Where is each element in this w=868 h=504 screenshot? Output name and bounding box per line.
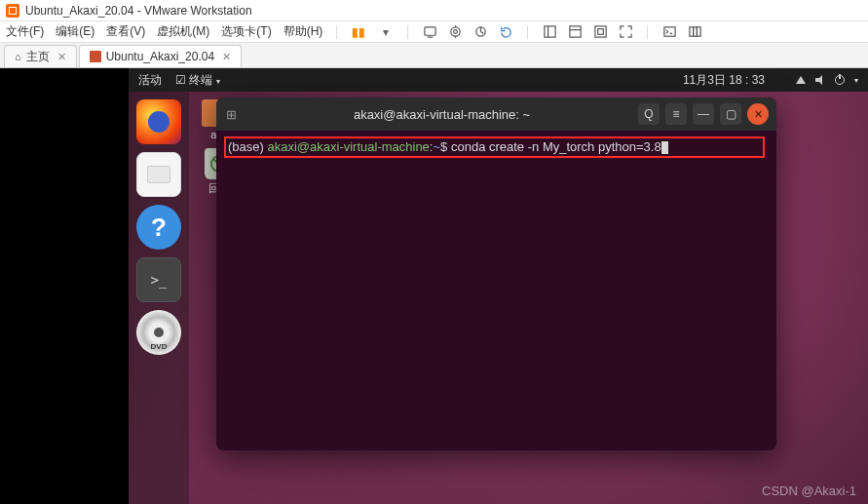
vmware-logo-icon	[6, 4, 19, 18]
maximize-button[interactable]: ▢	[720, 103, 741, 125]
unity-icon[interactable]	[592, 24, 608, 40]
fullscreen-icon[interactable]	[618, 24, 633, 40]
window-title: Ubuntu_Akaxi_20.04 - VMware Workstation	[25, 4, 252, 18]
vm-cube-icon	[90, 51, 101, 62]
terminal-body[interactable]: (base) akaxi@akaxi-virtual-machine:~$ co…	[216, 131, 776, 450]
ubuntu-desktop[interactable]: 活动 ☑ 终端 ▾ 11月3日 18 : 33 ▾ ? >_ DVD	[129, 68, 868, 504]
prompt-user: akaxi@akaxi-virtual-machine	[267, 139, 429, 154]
datetime[interactable]: 11月3日 18 : 33	[683, 72, 765, 89]
help-icon: ?	[151, 213, 167, 243]
terminal-title: akaxi@akaxi-virtual-machine: ~	[245, 107, 638, 122]
ubuntu-topbar: 活动 ☑ 终端 ▾ 11月3日 18 : 33 ▾	[129, 68, 868, 92]
new-tab-button[interactable]: ⊞	[216, 107, 245, 122]
dock-help[interactable]: ?	[136, 205, 181, 250]
menu-button[interactable]: ≡	[665, 103, 687, 125]
activities-button[interactable]: 活动	[138, 72, 162, 89]
menu-view[interactable]: 查看(V)	[106, 23, 145, 40]
vm-viewport: 活动 ☑ 终端 ▾ 11月3日 18 : 33 ▾ ? >_ DVD	[0, 68, 868, 504]
tab-home-label: 主页	[26, 49, 50, 65]
dock-dvd[interactable]: DVD	[136, 310, 181, 355]
menu-file[interactable]: 文件(F)	[6, 23, 44, 40]
svg-rect-6	[595, 26, 606, 37]
vmware-titlebar: Ubuntu_Akaxi_20.04 - VMware Workstation	[0, 0, 868, 21]
vmware-tabbar: ⌂ 主页 ✕ Ubuntu_Akaxi_20.04 ✕	[0, 43, 868, 68]
terminal-titlebar[interactable]: ⊞ akaxi@akaxi-virtual-machine: ~ Q ≡ ― ▢…	[216, 97, 776, 131]
system-menu-dropdown-icon[interactable]: ▾	[854, 76, 858, 85]
command-highlight-box: (base) akaxi@akaxi-virtual-machine:~$ co…	[224, 136, 765, 158]
svg-rect-0	[425, 27, 435, 35]
files-icon	[147, 166, 170, 183]
svg-rect-5	[570, 26, 581, 37]
hamburger-icon: ≡	[672, 107, 679, 121]
close-button[interactable]: ✕	[747, 103, 769, 125]
svg-rect-8	[664, 27, 675, 36]
dvd-icon: DVD	[151, 342, 168, 351]
svg-rect-7	[598, 29, 604, 35]
tab-home[interactable]: ⌂ 主页 ✕	[4, 45, 77, 67]
maximize-icon: ▢	[726, 107, 736, 121]
menu-tabs[interactable]: 选项卡(T)	[221, 23, 271, 40]
home-icon: ⌂	[15, 51, 21, 62]
menu-help[interactable]: 帮助(H)	[283, 23, 323, 40]
sound-icon[interactable]	[815, 75, 825, 85]
svg-rect-11	[697, 27, 700, 36]
close-icon[interactable]: ✕	[222, 51, 231, 63]
snapshot-manager-icon[interactable]	[472, 24, 488, 40]
network-icon[interactable]	[796, 76, 806, 84]
command-text: conda create -n My_torch python=3.8	[451, 139, 661, 154]
tab-vm[interactable]: Ubuntu_Akaxi_20.04 ✕	[79, 45, 242, 67]
tab-vm-label: Ubuntu_Akaxi_20.04	[106, 50, 214, 63]
watermark: CSDN @Akaxi-1	[762, 484, 856, 498]
cursor	[661, 141, 668, 154]
ubuntu-dock: ? >_ DVD	[129, 92, 189, 504]
layout2-icon[interactable]	[567, 24, 583, 40]
search-button[interactable]: Q	[638, 103, 660, 125]
search-icon: Q	[644, 107, 653, 121]
layout1-icon[interactable]	[542, 24, 557, 40]
prompt-path: ~	[433, 139, 440, 154]
menu-vm[interactable]: 虚拟机(M)	[157, 23, 209, 40]
library-icon[interactable]	[687, 24, 702, 40]
vm-letterbox-left	[0, 68, 129, 504]
terminal-icon: >_	[151, 272, 168, 288]
dropdown-icon[interactable]: ▾	[378, 24, 394, 40]
vmware-menubar: 文件(F) 编辑(E) 查看(V) 虚拟机(M) 选项卡(T) 帮助(H) ▮▮…	[0, 21, 868, 43]
dock-files[interactable]	[136, 152, 181, 197]
terminal-window[interactable]: ⊞ akaxi@akaxi-virtual-machine: ~ Q ≡ ― ▢…	[216, 97, 776, 450]
svg-rect-4	[545, 26, 555, 37]
revert-icon[interactable]	[498, 24, 513, 40]
menu-edit[interactable]: 编辑(E)	[56, 23, 94, 40]
minimize-button[interactable]: ―	[693, 103, 714, 125]
dock-firefox[interactable]	[136, 99, 181, 144]
console-icon[interactable]	[661, 24, 677, 40]
power-icon[interactable]	[835, 75, 845, 85]
send-ctrl-alt-del-icon[interactable]	[422, 24, 437, 40]
snapshot-icon[interactable]	[447, 24, 463, 40]
close-icon: ✕	[754, 108, 763, 121]
svg-point-1	[451, 27, 460, 36]
minimize-icon: ―	[698, 107, 709, 121]
dock-terminal[interactable]: >_	[136, 257, 181, 302]
svg-point-2	[453, 30, 457, 34]
firefox-icon	[148, 111, 170, 133]
close-icon[interactable]: ✕	[57, 51, 66, 63]
prompt-env: (base)	[228, 139, 264, 154]
app-menu[interactable]: ☑ 终端 ▾	[175, 72, 220, 89]
pause-icon[interactable]: ▮▮	[351, 24, 366, 40]
